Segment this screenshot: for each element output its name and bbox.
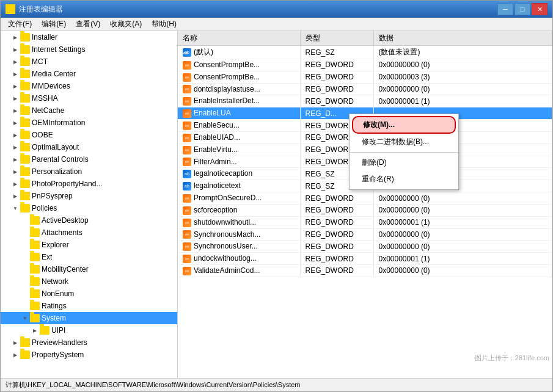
tree-item-oem-information[interactable]: OEMInformation bbox=[1, 117, 177, 129]
folder-icon-uipi bbox=[40, 326, 49, 335]
folder-icon-system bbox=[30, 314, 40, 322]
menu-view[interactable]: 查看(V) bbox=[71, 18, 105, 31]
table-row[interactable]: ##scforceoption REG_DWORD 0x00000000 (0) bbox=[178, 204, 552, 216]
folder-icon-photo-property-hand bbox=[20, 180, 30, 188]
folder-icon-oobe bbox=[20, 131, 30, 139]
window-icon bbox=[5, 4, 15, 14]
menu-file[interactable]: 文件(F) bbox=[3, 18, 37, 31]
tree-item-ratings[interactable]: Ratings bbox=[1, 300, 177, 312]
folder-icon-attachments bbox=[30, 228, 40, 237]
tree-item-optimal-layout[interactable]: OptimalLayout bbox=[1, 141, 177, 153]
menu-help[interactable]: 帮助(H) bbox=[147, 18, 181, 31]
window-title: 注册表编辑器 bbox=[19, 4, 497, 15]
window-controls: ─ □ ✕ bbox=[497, 3, 548, 15]
table-row[interactable]: ##PromptOnSecureD... REG_DWORD 0x0000000… bbox=[178, 192, 552, 205]
table-row[interactable]: ##EnableInstallerDet... REG_DWORD 0x0000… bbox=[178, 95, 552, 107]
registry-panel[interactable]: 名称 类型 数据 ab(默认) REG_SZ (数值未设置) ##Consent… bbox=[178, 31, 552, 378]
tree-item-personalization[interactable]: Personalization bbox=[1, 165, 177, 178]
folder-icon-internet-settings bbox=[20, 45, 30, 54]
tree-arrow-network bbox=[20, 277, 30, 286]
col-type[interactable]: 类型 bbox=[300, 31, 373, 46]
col-name[interactable]: 名称 bbox=[178, 31, 300, 46]
folder-icon-netcache bbox=[20, 106, 30, 115]
tree-arrow-personalization bbox=[10, 167, 20, 176]
tree-arrow-mmdevices bbox=[10, 81, 20, 91]
reg-icon-dword: ## bbox=[183, 206, 191, 215]
tree-label-property-system: PropertySystem bbox=[32, 350, 84, 359]
table-row[interactable]: ##ConsentPromptBe... REG_DWORD 0x0000000… bbox=[178, 59, 552, 71]
tree-label-uipi: UIPI bbox=[51, 326, 65, 335]
tree-label-policies: Policies bbox=[32, 204, 57, 212]
table-row[interactable]: ##ValidateAdminCod... REG_DWORD 0x000000… bbox=[178, 265, 552, 277]
tree-arrow-installer bbox=[10, 32, 20, 42]
menu-edit[interactable]: 编辑(E) bbox=[37, 18, 71, 31]
minimize-button[interactable]: ─ bbox=[497, 3, 513, 15]
table-row[interactable]: ##ConsentPromptBe... REG_DWORD 0x0000000… bbox=[178, 71, 552, 83]
reg-icon-dword: ## bbox=[183, 134, 191, 142]
folder-icon-mssha bbox=[20, 94, 30, 103]
tree-item-mct[interactable]: MCT bbox=[1, 56, 177, 68]
reg-icon-dword: ## bbox=[183, 242, 191, 251]
close-button[interactable]: ✕ bbox=[532, 3, 548, 15]
table-row[interactable]: ##undockwithoutlog... REG_DWORD 0x000000… bbox=[178, 253, 552, 265]
tree-item-installer[interactable]: Installer bbox=[1, 31, 177, 43]
tree-arrow-mobility-center bbox=[20, 264, 30, 274]
folder-icon-policies bbox=[20, 204, 30, 212]
tree-item-pnpsysprep[interactable]: PnPSysprep bbox=[1, 190, 177, 202]
tree-item-active-desktop[interactable]: ActiveDesktop bbox=[1, 214, 177, 227]
tree-item-property-system[interactable]: PropertySystem bbox=[1, 349, 177, 361]
table-row[interactable]: ##SynchronousMach... REG_DWORD 0x0000000… bbox=[178, 228, 552, 241]
ctx-modify[interactable]: 修改(M)... bbox=[352, 116, 456, 134]
menu-favorites[interactable]: 收藏夹(A) bbox=[105, 18, 147, 31]
tree-item-media-center[interactable]: Media Center bbox=[1, 68, 177, 80]
folder-icon-oem-information bbox=[20, 118, 30, 127]
col-data[interactable]: 数据 bbox=[373, 31, 552, 46]
ctx-separator-1 bbox=[350, 152, 458, 153]
maximize-button[interactable]: □ bbox=[515, 3, 530, 15]
tree-item-policies[interactable]: Policies bbox=[1, 202, 177, 214]
table-row[interactable]: ##SynchronousUser... REG_DWORD 0x0000000… bbox=[178, 241, 552, 253]
tree-item-ext[interactable]: Ext bbox=[1, 251, 177, 263]
tree-item-explorer[interactable]: Explorer bbox=[1, 239, 177, 251]
tree-item-nonenum[interactable]: NonEnum bbox=[1, 288, 177, 300]
tree-item-mobility-center[interactable]: MobilityCenter bbox=[1, 263, 177, 275]
tree-panel[interactable]: Installer Internet Settings MCT Media Ce… bbox=[1, 31, 178, 378]
tree-item-oobe[interactable]: OOBE bbox=[1, 129, 177, 141]
folder-icon-installer bbox=[20, 33, 30, 42]
tree-item-system[interactable]: System bbox=[1, 312, 177, 324]
main-content: Installer Internet Settings MCT Media Ce… bbox=[1, 31, 552, 378]
ctx-delete[interactable]: 删除(D) bbox=[350, 154, 458, 171]
reg-icon-dword: ## bbox=[183, 255, 191, 263]
reg-icon-dword: ## bbox=[183, 73, 191, 82]
folder-icon-active-desktop bbox=[30, 216, 40, 225]
tree-item-internet-settings[interactable]: Internet Settings bbox=[1, 43, 177, 56]
table-row[interactable]: ##dontdisplaylastuse... REG_DWORD 0x0000… bbox=[178, 83, 552, 95]
reg-icon-dword: ## bbox=[183, 61, 191, 70]
tree-item-netcache[interactable]: NetCache bbox=[1, 104, 177, 117]
folder-icon-pnpsysprep bbox=[20, 192, 30, 200]
tree-label-personalization: Personalization bbox=[32, 167, 82, 176]
tree-item-mssha[interactable]: MSSHA bbox=[1, 92, 177, 104]
tree-item-attachments[interactable]: Attachments bbox=[1, 227, 177, 239]
reg-icon-dword-selected: ## bbox=[183, 109, 191, 118]
table-row[interactable]: ab(默认) REG_SZ (数值未设置) bbox=[178, 46, 552, 59]
tree-arrow-property-system bbox=[10, 350, 20, 360]
status-bar: 计算机\HKEY_LOCAL_MACHINE\SOFTWARE\Microsof… bbox=[1, 378, 552, 391]
tree-item-network[interactable]: Network bbox=[1, 275, 177, 288]
status-path: 计算机\HKEY_LOCAL_MACHINE\SOFTWARE\Microsof… bbox=[5, 380, 301, 390]
tree-label-netcache: NetCache bbox=[32, 106, 64, 115]
folder-icon-parental-controls bbox=[20, 155, 30, 164]
ctx-modify-binary[interactable]: 修改二进制数据(B)... bbox=[350, 134, 458, 150]
tree-label-mmdevices: MMDevices bbox=[32, 82, 70, 90]
tree-arrow-oobe bbox=[10, 130, 20, 140]
tree-item-preview-handlers[interactable]: PreviewHandlers bbox=[1, 336, 177, 349]
tree-item-photo-property-hand[interactable]: PhotoPropertyHand... bbox=[1, 178, 177, 190]
tree-item-mmdevices[interactable]: MMDevices bbox=[1, 80, 177, 92]
ctx-rename[interactable]: 重命名(R) bbox=[350, 171, 458, 187]
folder-icon-ext bbox=[30, 253, 40, 261]
table-row[interactable]: ##shutdownwithoutl... REG_DWORD 0x000000… bbox=[178, 216, 552, 228]
tree-arrow-ratings bbox=[20, 301, 30, 311]
reg-icon-dword: ## bbox=[183, 85, 191, 93]
tree-item-uipi[interactable]: UIPI bbox=[1, 324, 177, 336]
tree-item-parental-controls[interactable]: Parental Controls bbox=[1, 153, 177, 165]
